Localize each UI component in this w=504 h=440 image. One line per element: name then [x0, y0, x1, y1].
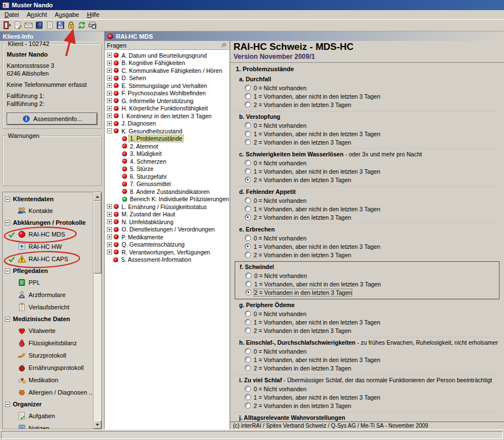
- menu-ansicht[interactable]: Ansicht: [23, 11, 51, 18]
- tree-item-j-diagnosen[interactable]: +J. Diagnosen: [105, 120, 230, 128]
- radio-unselected[interactable]: [245, 101, 251, 108]
- radio-unselected[interactable]: [245, 85, 251, 91]
- radio-unselected[interactable]: [245, 356, 251, 363]
- tree-item-6-sturzgefahr[interactable]: 6. Sturzgefahr: [105, 173, 230, 180]
- sidebar-item-kontakte[interactable]: Kontakte: [3, 205, 93, 217]
- expand-icon[interactable]: +: [107, 121, 112, 126]
- sidebar-section-medizinische-daten[interactable]: −Medizinische Daten: [3, 313, 93, 325]
- radio-unselected[interactable]: [245, 272, 251, 279]
- tree-item-4-schmerzen[interactable]: 4. Schmerzen: [105, 158, 230, 165]
- exit-button[interactable]: [2, 20, 12, 31]
- radio-option-0[interactable]: 0 = Nicht vorhanden: [239, 234, 498, 242]
- radio-option-0[interactable]: 0 = Nicht vorhanden: [239, 309, 498, 318]
- tree-item-5-st-rze[interactable]: 5. Stürze: [105, 165, 230, 173]
- sidebar-item-fl-ssigkeitsbilanz[interactable]: Flüssigkeitsbilanz: [3, 337, 93, 349]
- tree-item-7-genussmittel[interactable]: 7. Genussmittel: [105, 180, 230, 188]
- radio-option-0[interactable]: 0 = Nicht vorhanden: [239, 347, 498, 355]
- expand-icon[interactable]: +: [107, 249, 112, 254]
- radio-option-1[interactable]: 1 = Vorhanden, aber nicht in den letzten…: [239, 242, 498, 251]
- tree-item-bereich-k-individuelle-pr-zisierungen[interactable]: Bereich K: Individuelle Präzisierungen: [105, 196, 230, 203]
- sidebar-item-notizen[interactable]: Notizen: [3, 422, 93, 429]
- expand-icon[interactable]: +: [107, 212, 112, 217]
- radio-option-2[interactable]: 2 = Vorhanden in den letzten 3 Tagen: [240, 288, 498, 297]
- expand-icon[interactable]: +: [107, 98, 112, 103]
- tree-item-e-stimmungslage-und-verhalten[interactable]: +E. Stimmungslage und Verhalten: [105, 82, 230, 90]
- scrollbar-thumb[interactable]: [94, 201, 101, 274]
- radio-option-0[interactable]: 0 = Nicht vorhanden: [239, 84, 498, 92]
- tree-item-8-andere-zustandsindikatoren[interactable]: 8. Andere Zustandsindikatoren: [105, 188, 230, 196]
- refresh-button[interactable]: [76, 20, 87, 31]
- scroll-up-button[interactable]: [94, 192, 101, 201]
- sidebar-item-rai-hc-mds[interactable]: RAI-HC MDS: [3, 228, 93, 240]
- sidebar-item-arztformulare[interactable]: Arztformulare: [3, 289, 93, 301]
- tree-item-p-medikamente[interactable]: +P. Medikamente: [105, 233, 230, 241]
- expand-icon[interactable]: +: [107, 113, 112, 118]
- radio-unselected[interactable]: [245, 319, 251, 325]
- expand-icon[interactable]: +: [107, 219, 112, 224]
- sidebar-item-medikation[interactable]: Medikation: [3, 374, 93, 386]
- sidebar-scrollbar[interactable]: [93, 192, 101, 429]
- sidebar-section-organizer[interactable]: −Organizer: [3, 399, 93, 410]
- collapse-icon[interactable]: −: [5, 268, 10, 274]
- radio-option-2[interactable]: 2 = Vorhanden in den letzten 3 Tagen: [239, 100, 498, 109]
- radio-option-1[interactable]: 1 = Vorhanden, aber nicht in den letzten…: [239, 167, 498, 175]
- radio-unselected[interactable]: [245, 197, 251, 203]
- radio-option-2[interactable]: 2 = Vorhanden in den letzten 3 Tagen: [239, 326, 498, 335]
- tree-item-g-informelle-unterst-tzung[interactable]: +G. Informelle Unterstützung: [105, 97, 230, 105]
- collapse-icon[interactable]: −: [5, 220, 10, 225]
- pin-icon[interactable]: [221, 42, 227, 49]
- radio-selected[interactable]: [245, 243, 251, 249]
- collapse-icon[interactable]: −: [5, 317, 10, 322]
- mail-button[interactable]: [23, 20, 34, 31]
- radio-option-1[interactable]: 1 = Vorhanden, aber nicht in den letzten…: [239, 393, 498, 401]
- tree-item-s-assessment-information[interactable]: S. Assessment-Information: [105, 256, 230, 264]
- expand-icon[interactable]: +: [107, 53, 112, 58]
- radio-unselected[interactable]: [245, 160, 251, 166]
- collapse-icon[interactable]: −: [5, 402, 10, 407]
- sidebar-section-abkl-rungen-protokolle[interactable]: −Abklärungen / Protokolle: [3, 217, 93, 228]
- radio-option-1[interactable]: 1 = Vorhanden, aber nicht in den letzten…: [239, 318, 498, 326]
- tree-item-d-sehen[interactable]: +D. Sehen: [105, 75, 230, 82]
- expand-icon[interactable]: +: [107, 61, 112, 66]
- radio-option-2[interactable]: 2 = Vorhanden in den letzten 3 Tagen: [239, 251, 498, 259]
- tree-item-f-psychosoziales-wohlbefinden[interactable]: +F. Psychosoziales Wohlbefinden: [105, 90, 230, 98]
- sidebar-item-allergien-diagnosen[interactable]: Allergien / Diagnosen ...: [3, 386, 93, 399]
- radio-unselected[interactable]: [245, 281, 251, 287]
- radio-option-1[interactable]: 1 = Vorhanden, aber nicht in den letzten…: [239, 92, 498, 100]
- radio-unselected[interactable]: [245, 402, 251, 409]
- radio-option-0[interactable]: 0 = Nicht vorhanden: [240, 271, 498, 280]
- radio-option-2[interactable]: 2 = Vorhanden in den letzten 3 Tagen: [239, 175, 498, 184]
- print-preview-button[interactable]: [87, 20, 97, 31]
- radio-unselected[interactable]: [245, 93, 251, 99]
- notebook-button[interactable]: [34, 20, 44, 31]
- expand-icon[interactable]: +: [107, 91, 112, 96]
- radio-unselected[interactable]: [245, 131, 251, 137]
- expand-icon[interactable]: +: [107, 76, 112, 81]
- radio-option-1[interactable]: 1 = Vorhanden, aber nicht in den letzten…: [239, 129, 498, 138]
- tree-item-b-kognitive-f-higkeiten[interactable]: +B. Kognitive Fähigkeiten: [105, 59, 230, 67]
- radio-option-1[interactable]: 1 = Vorhanden, aber nicht in den letzten…: [240, 280, 498, 288]
- radio-unselected[interactable]: [245, 168, 251, 174]
- radio-unselected[interactable]: [245, 252, 251, 258]
- collapse-icon[interactable]: −: [5, 197, 10, 202]
- radio-selected[interactable]: [245, 289, 251, 295]
- radio-option-1[interactable]: 1 = Vorhanden, aber nicht in den letzten…: [239, 205, 498, 213]
- tree-item-c-kommunikative-f-higkeiten-h-ren[interactable]: +C. Kommunikative Fähigkeiten / Hören: [105, 67, 230, 75]
- tree-item-m-zustand-der-haut[interactable]: +M. Zustand der Haut: [105, 211, 230, 219]
- tree-item-i-kontinenz-in-den-letzten-3-tagen[interactable]: +I. Kontinenz in den letzten 3 Tagen: [105, 112, 230, 120]
- collapse-icon[interactable]: −: [107, 128, 112, 133]
- expand-icon[interactable]: +: [107, 242, 112, 247]
- tree-item-a-datum-und-beurteilungsgrund[interactable]: +A. Datum und Beurteilungsgrund: [105, 52, 230, 59]
- radio-option-0[interactable]: 0 = Nicht vorhanden: [239, 121, 498, 129]
- lock-button[interactable]: [66, 20, 76, 31]
- radio-unselected[interactable]: [245, 206, 251, 212]
- sidebar-section-pflegedaten[interactable]: −Pflegedaten: [3, 265, 93, 276]
- scrollbar-track[interactable]: [94, 201, 101, 420]
- tree-item-2-atemnot[interactable]: 2. Atemnot: [105, 142, 230, 150]
- sidebar-section-klientendaten[interactable]: −Klientendaten: [3, 193, 93, 205]
- radio-unselected[interactable]: [245, 394, 251, 400]
- expand-icon[interactable]: +: [107, 227, 112, 232]
- sidebar-item-rai-hc-hw[interactable]: RAI-HC HW: [3, 240, 93, 253]
- tree-item-k-gesundheitszustand[interactable]: −K. Gesundheitszustand: [105, 127, 230, 135]
- radio-unselected[interactable]: [245, 311, 251, 317]
